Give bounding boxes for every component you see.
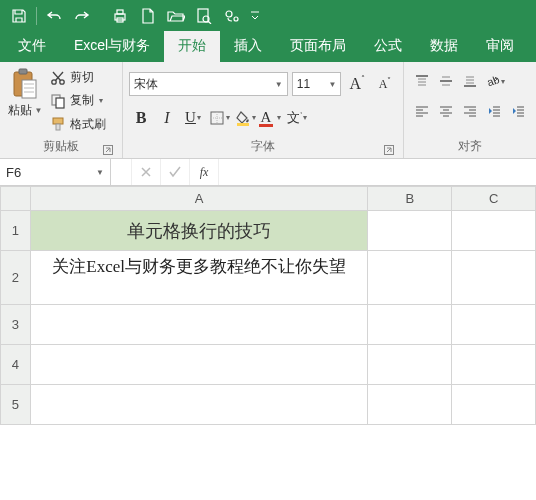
- format-painter-button[interactable]: 格式刷: [48, 113, 108, 135]
- col-header-A[interactable]: A: [30, 187, 367, 211]
- tab-insert[interactable]: 插入: [220, 31, 276, 62]
- cell-B1[interactable]: [368, 211, 452, 251]
- phonetic-guide-button[interactable]: 文,▾: [285, 106, 309, 130]
- print-icon[interactable]: [107, 3, 133, 29]
- svg-rect-22: [56, 124, 60, 130]
- spreadsheet-grid[interactable]: A B C 1 单元格换行的技巧 2 关注Excel与财务更多教程绝不让你失望 …: [0, 186, 536, 500]
- svg-rect-10: [19, 69, 27, 74]
- name-box-value: F6: [6, 165, 21, 180]
- undo-icon[interactable]: [41, 3, 67, 29]
- group-alignment: ab▾ 对齐: [404, 62, 536, 158]
- row-header-2[interactable]: 2: [1, 251, 31, 305]
- brush-icon: [50, 116, 66, 132]
- cell-B5[interactable]: [368, 385, 452, 425]
- formula-input[interactable]: [219, 159, 536, 185]
- align-left-button[interactable]: [410, 99, 434, 123]
- cell-A5[interactable]: [30, 385, 367, 425]
- align-right-button[interactable]: [458, 99, 482, 123]
- font-color-button[interactable]: A ▾: [259, 106, 283, 130]
- borders-button[interactable]: ▾: [207, 106, 231, 130]
- shrink-font-button[interactable]: A˅: [373, 72, 397, 96]
- cell-B3[interactable]: [368, 305, 452, 345]
- increase-indent-button[interactable]: [506, 99, 530, 123]
- svg-rect-27: [237, 123, 249, 126]
- cell-A4[interactable]: [30, 345, 367, 385]
- format-painter-label: 格式刷: [70, 116, 106, 133]
- tab-file[interactable]: 文件: [4, 31, 60, 62]
- copy-button[interactable]: 复制 ▾: [48, 90, 108, 112]
- cell-B4[interactable]: [368, 345, 452, 385]
- select-all-corner[interactable]: [1, 187, 31, 211]
- share-icon[interactable]: [219, 3, 245, 29]
- fill-color-button[interactable]: ▾: [233, 106, 257, 130]
- chevron-down-icon: ▾: [277, 113, 281, 122]
- cell-A3[interactable]: [30, 305, 367, 345]
- paste-button[interactable]: 粘贴▼: [6, 66, 44, 136]
- new-doc-icon[interactable]: [135, 3, 161, 29]
- align-center-button[interactable]: [434, 99, 458, 123]
- preview-icon[interactable]: [191, 3, 217, 29]
- copy-icon: [50, 93, 66, 109]
- grow-font-button[interactable]: A˄: [345, 72, 369, 96]
- decrease-indent-button[interactable]: [482, 99, 506, 123]
- qat-customize-icon[interactable]: [247, 3, 263, 29]
- col-header-C[interactable]: C: [452, 187, 536, 211]
- italic-button[interactable]: I: [155, 106, 179, 130]
- cell-B2[interactable]: [368, 251, 452, 305]
- row-header-3[interactable]: 3: [1, 305, 31, 345]
- align-middle-button[interactable]: [434, 69, 458, 93]
- cut-button[interactable]: 剪切: [48, 67, 108, 89]
- open-icon[interactable]: [163, 3, 189, 29]
- row-header-5[interactable]: 5: [1, 385, 31, 425]
- group-clipboard: 粘贴▼ 剪切 复制 ▾: [0, 62, 123, 158]
- tab-page-layout[interactable]: 页面布局: [276, 31, 360, 62]
- name-box[interactable]: F6 ▼: [0, 159, 111, 185]
- align-top-button[interactable]: [410, 69, 434, 93]
- ribbon-tabs: 文件 Excel与财务 开始 插入 页面布局 公式 数据 审阅: [0, 32, 536, 62]
- chevron-down-icon: ▼: [275, 80, 283, 89]
- tab-home[interactable]: 开始: [164, 31, 220, 62]
- font-size-combo[interactable]: 11 ▼: [292, 72, 342, 96]
- orientation-button[interactable]: ab▾: [482, 69, 506, 93]
- svg-rect-11: [22, 80, 36, 98]
- font-group-label: 字体: [251, 139, 275, 153]
- save-icon[interactable]: [6, 3, 32, 29]
- cell-C1[interactable]: [452, 211, 536, 251]
- tab-formulas[interactable]: 公式: [360, 31, 416, 62]
- clipboard-group-label: 剪贴板: [43, 139, 79, 153]
- chevron-down-icon: ▾: [501, 77, 505, 86]
- dialog-launcher-icon[interactable]: [102, 144, 114, 156]
- bold-button[interactable]: B: [129, 106, 153, 130]
- cell-C2[interactable]: [452, 251, 536, 305]
- svg-rect-1: [117, 10, 123, 14]
- cell-C5[interactable]: [452, 385, 536, 425]
- row-header-1[interactable]: 1: [1, 211, 31, 251]
- chevron-down-icon: ▼: [35, 106, 43, 115]
- tab-excel-finance[interactable]: Excel与财务: [60, 31, 164, 62]
- col-header-B[interactable]: B: [368, 187, 452, 211]
- underline-button[interactable]: U▾: [181, 106, 205, 130]
- dialog-launcher-icon[interactable]: [383, 144, 395, 156]
- cell-C4[interactable]: [452, 345, 536, 385]
- cell-C3[interactable]: [452, 305, 536, 345]
- tab-data[interactable]: 数据: [416, 31, 472, 62]
- svg-rect-20: [56, 98, 64, 108]
- chevron-down-icon: ▾: [303, 113, 307, 122]
- fx-button[interactable]: fx: [190, 159, 219, 185]
- cancel-formula-button[interactable]: [132, 159, 161, 185]
- redo-icon[interactable]: [69, 3, 95, 29]
- font-size-value: 11: [297, 77, 310, 91]
- cell-A2[interactable]: 关注Excel与财务更多教程绝不让你失望: [30, 251, 367, 305]
- scissors-icon: [50, 70, 66, 86]
- cell-A1[interactable]: 单元格换行的技巧: [30, 211, 367, 251]
- align-bottom-button[interactable]: [458, 69, 482, 93]
- row-header-4[interactable]: 4: [1, 345, 31, 385]
- svg-point-6: [226, 11, 232, 17]
- chevron-down-icon: ▼: [96, 168, 104, 177]
- copy-label: 复制: [70, 92, 94, 109]
- enter-formula-button[interactable]: [161, 159, 190, 185]
- formula-bar: F6 ▼ fx: [0, 159, 536, 186]
- tab-review[interactable]: 审阅: [472, 31, 528, 62]
- font-name-combo[interactable]: 宋体 ▼: [129, 72, 288, 96]
- svg-text:ab: ab: [485, 73, 500, 88]
